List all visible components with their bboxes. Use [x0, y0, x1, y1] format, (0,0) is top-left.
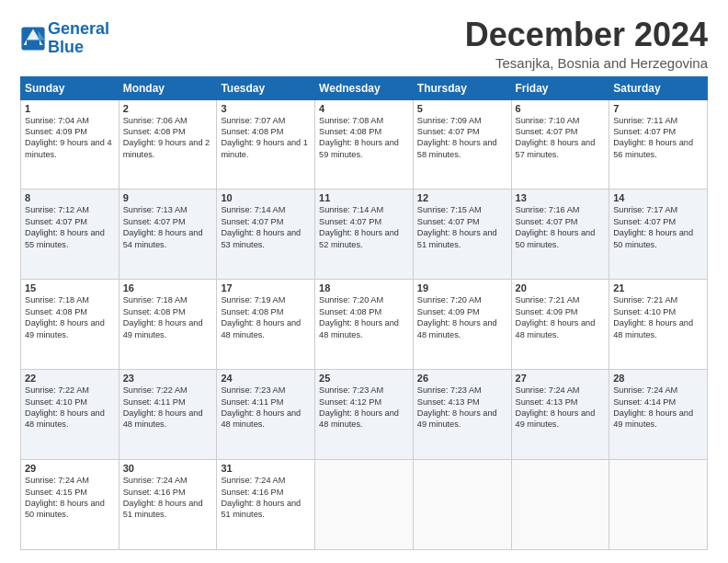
calendar-cell: 22 Sunrise: 7:22 AMSunset: 4:10 PMDaylig…: [21, 370, 119, 460]
calendar-cell: 3 Sunrise: 7:07 AMSunset: 4:08 PMDayligh…: [217, 99, 315, 190]
day-number: 3: [221, 103, 311, 114]
calendar-week-row: 15 Sunrise: 7:18 AMSunset: 4:08 PMDaylig…: [21, 280, 708, 370]
cell-text: Sunrise: 7:22 AMSunset: 4:11 PMDaylight:…: [123, 385, 203, 429]
cell-text: Sunrise: 7:14 AMSunset: 4:07 PMDaylight:…: [221, 205, 301, 248]
cell-text: Sunrise: 7:21 AMSunset: 4:10 PMDaylight:…: [613, 295, 693, 339]
calendar-cell: 14 Sunrise: 7:17 AMSunset: 4:07 PMDaylig…: [609, 190, 708, 280]
cell-text: Sunrise: 7:18 AMSunset: 4:08 PMDaylight:…: [123, 295, 203, 339]
calendar-cell: [413, 460, 511, 550]
weekday-header: Wednesday: [315, 76, 414, 99]
cell-text: Sunrise: 7:23 AMSunset: 4:11 PMDaylight:…: [221, 385, 301, 429]
cell-text: Sunrise: 7:23 AMSunset: 4:13 PMDaylight:…: [417, 385, 497, 429]
weekday-header: Friday: [511, 76, 609, 99]
calendar-cell: 7 Sunrise: 7:11 AMSunset: 4:07 PMDayligh…: [609, 99, 708, 190]
cell-text: Sunrise: 7:22 AMSunset: 4:10 PMDaylight:…: [25, 385, 105, 429]
logo-icon: [20, 26, 46, 52]
logo-line1: General: [48, 19, 109, 38]
day-number: 4: [319, 103, 409, 114]
calendar-cell: 5 Sunrise: 7:09 AMSunset: 4:07 PMDayligh…: [413, 99, 511, 190]
day-number: 15: [25, 282, 115, 293]
calendar-cell: 28 Sunrise: 7:24 AMSunset: 4:14 PMDaylig…: [609, 370, 708, 460]
day-number: 14: [613, 192, 703, 203]
day-number: 24: [221, 373, 311, 384]
cell-text: Sunrise: 7:17 AMSunset: 4:07 PMDaylight:…: [613, 205, 693, 248]
day-number: 30: [123, 463, 213, 474]
calendar-cell: 27 Sunrise: 7:24 AMSunset: 4:13 PMDaylig…: [511, 370, 609, 460]
calendar-cell: 15 Sunrise: 7:18 AMSunset: 4:08 PMDaylig…: [21, 280, 119, 370]
calendar-week-row: 1 Sunrise: 7:04 AMSunset: 4:09 PMDayligh…: [21, 99, 708, 190]
cell-text: Sunrise: 7:24 AMSunset: 4:16 PMDaylight:…: [123, 476, 203, 519]
day-number: 12: [417, 192, 507, 203]
main-title: December 2024: [465, 17, 708, 53]
calendar-cell: 24 Sunrise: 7:23 AMSunset: 4:11 PMDaylig…: [217, 370, 315, 460]
cell-text: Sunrise: 7:07 AMSunset: 4:08 PMDaylight:…: [221, 116, 308, 159]
cell-text: Sunrise: 7:11 AMSunset: 4:07 PMDaylight:…: [613, 116, 693, 159]
day-number: 11: [319, 192, 409, 203]
calendar-cell: 1 Sunrise: 7:04 AMSunset: 4:09 PMDayligh…: [21, 99, 119, 190]
cell-text: Sunrise: 7:24 AMSunset: 4:15 PMDaylight:…: [25, 476, 105, 519]
day-number: 20: [516, 282, 606, 293]
day-number: 18: [319, 282, 409, 293]
cell-text: Sunrise: 7:24 AMSunset: 4:16 PMDaylight:…: [221, 476, 301, 519]
calendar-cell: 31 Sunrise: 7:24 AMSunset: 4:16 PMDaylig…: [217, 460, 315, 550]
cell-text: Sunrise: 7:23 AMSunset: 4:12 PMDaylight:…: [319, 385, 399, 429]
logo: General Blue: [20, 20, 109, 57]
day-number: 5: [417, 103, 507, 114]
day-number: 13: [516, 192, 606, 203]
calendar-week-row: 22 Sunrise: 7:22 AMSunset: 4:10 PMDaylig…: [21, 370, 708, 460]
day-number: 19: [417, 282, 507, 293]
calendar-cell: 11 Sunrise: 7:14 AMSunset: 4:07 PMDaylig…: [315, 190, 414, 280]
weekday-header: Monday: [119, 76, 217, 99]
cell-text: Sunrise: 7:16 AMSunset: 4:07 PMDaylight:…: [516, 205, 596, 248]
calendar-cell: 26 Sunrise: 7:23 AMSunset: 4:13 PMDaylig…: [413, 370, 511, 460]
subtitle: Tesanjka, Bosnia and Herzegovina: [465, 55, 708, 71]
calendar-table: SundayMondayTuesdayWednesdayThursdayFrid…: [20, 76, 708, 550]
cell-text: Sunrise: 7:24 AMSunset: 4:14 PMDaylight:…: [613, 385, 693, 429]
calendar-cell: 13 Sunrise: 7:16 AMSunset: 4:07 PMDaylig…: [511, 190, 609, 280]
cell-text: Sunrise: 7:20 AMSunset: 4:08 PMDaylight:…: [319, 295, 399, 339]
calendar-cell: 12 Sunrise: 7:15 AMSunset: 4:07 PMDaylig…: [413, 190, 511, 280]
day-number: 8: [25, 192, 115, 203]
day-number: 7: [613, 103, 703, 114]
calendar-cell: 18 Sunrise: 7:20 AMSunset: 4:08 PMDaylig…: [315, 280, 414, 370]
weekday-header: Thursday: [413, 76, 511, 99]
calendar-cell: 8 Sunrise: 7:12 AMSunset: 4:07 PMDayligh…: [21, 190, 119, 280]
cell-text: Sunrise: 7:19 AMSunset: 4:08 PMDaylight:…: [221, 295, 301, 339]
day-number: 21: [613, 282, 703, 293]
day-number: 28: [613, 373, 703, 384]
calendar-cell: 30 Sunrise: 7:24 AMSunset: 4:16 PMDaylig…: [119, 460, 217, 550]
cell-text: Sunrise: 7:12 AMSunset: 4:07 PMDaylight:…: [25, 205, 105, 248]
logo-text: General Blue: [48, 20, 109, 57]
cell-text: Sunrise: 7:08 AMSunset: 4:08 PMDaylight:…: [319, 116, 399, 159]
cell-text: Sunrise: 7:06 AMSunset: 4:08 PMDaylight:…: [123, 116, 210, 159]
day-number: 6: [516, 103, 606, 114]
day-number: 10: [221, 192, 311, 203]
calendar-cell: [315, 460, 414, 550]
logo-line2: Blue: [48, 38, 84, 56]
calendar-cell: 19 Sunrise: 7:20 AMSunset: 4:09 PMDaylig…: [413, 280, 511, 370]
title-block: December 2024 Tesanjka, Bosnia and Herze…: [465, 17, 708, 71]
day-number: 29: [25, 463, 115, 474]
svg-rect-2: [27, 40, 40, 46]
cell-text: Sunrise: 7:24 AMSunset: 4:13 PMDaylight:…: [516, 385, 596, 429]
cell-text: Sunrise: 7:04 AMSunset: 4:09 PMDaylight:…: [25, 116, 112, 159]
day-number: 22: [25, 373, 115, 384]
calendar-cell: 20 Sunrise: 7:21 AMSunset: 4:09 PMDaylig…: [511, 280, 609, 370]
header: General Blue December 2024 Tesanjka, Bos…: [20, 17, 708, 71]
page: General Blue December 2024 Tesanjka, Bos…: [0, 0, 728, 563]
weekday-header: Saturday: [609, 76, 708, 99]
calendar-cell: 10 Sunrise: 7:14 AMSunset: 4:07 PMDaylig…: [217, 190, 315, 280]
day-number: 9: [123, 192, 213, 203]
day-number: 2: [123, 103, 213, 114]
calendar-cell: 21 Sunrise: 7:21 AMSunset: 4:10 PMDaylig…: [609, 280, 708, 370]
weekday-header: Tuesday: [217, 76, 315, 99]
calendar-cell: 23 Sunrise: 7:22 AMSunset: 4:11 PMDaylig…: [119, 370, 217, 460]
calendar-cell: 16 Sunrise: 7:18 AMSunset: 4:08 PMDaylig…: [119, 280, 217, 370]
calendar-header-row: SundayMondayTuesdayWednesdayThursdayFrid…: [21, 76, 708, 99]
day-number: 26: [417, 373, 507, 384]
day-number: 16: [123, 282, 213, 293]
day-number: 31: [221, 463, 311, 474]
day-number: 27: [516, 373, 606, 384]
calendar-cell: 25 Sunrise: 7:23 AMSunset: 4:12 PMDaylig…: [315, 370, 414, 460]
day-number: 25: [319, 373, 409, 384]
